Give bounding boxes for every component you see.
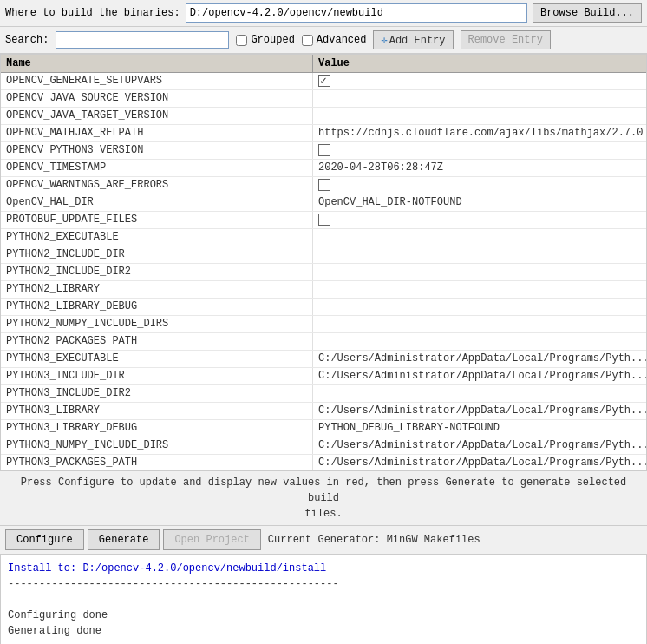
row-value: OpenCV_HAL_DIR-NOTFOUND	[313, 194, 646, 211]
open-project-button[interactable]: Open Project	[163, 529, 260, 550]
row-name: PYTHON3_LIBRARY_DEBUG	[1, 420, 313, 437]
checkbox-unchecked-icon[interactable]	[318, 214, 330, 226]
row-name: OpenCV_HAL_DIR	[1, 194, 313, 211]
toolbar: Search: Grouped Advanced ✛Add Entry Remo…	[0, 27, 647, 54]
search-input[interactable]	[56, 31, 229, 49]
table-row[interactable]: PYTHON2_INCLUDE_DIR	[1, 246, 646, 264]
log-line: Install to: D:/opencv-4.2.0/opencv/newbu…	[8, 561, 639, 576]
row-name: PYTHON2_EXECUTABLE	[1, 229, 313, 246]
table-row[interactable]: PYTHON2_LIBRARY_DEBUG	[1, 299, 646, 316]
status-bar: Press Configure to update and display ne…	[0, 470, 647, 525]
configure-button[interactable]: Configure	[5, 529, 84, 550]
row-value[interactable]	[313, 177, 646, 194]
row-name: PYTHON3_INCLUDE_DIR2	[1, 385, 313, 402]
checkbox-unchecked-icon[interactable]	[318, 144, 330, 156]
row-value: C:/Users/Administrator/AppData/Local/Pro…	[313, 351, 646, 367]
grouped-checkbox[interactable]	[236, 35, 247, 46]
table-row[interactable]: PYTHON2_PACKAGES_PATH	[1, 333, 646, 351]
table-row[interactable]: PYTHON2_NUMPY_INCLUDE_DIRS	[1, 316, 646, 333]
row-value[interactable]	[313, 73, 646, 89]
row-name: OPENCV_TIMESTAMP	[1, 160, 313, 176]
row-name: PYTHON2_INCLUDE_DIR2	[1, 264, 313, 280]
log-line: Configuring done	[8, 608, 639, 623]
row-value: 2020-04-28T06:28:47Z	[313, 160, 646, 176]
table-row[interactable]: OPENCV_WARNINGS_ARE_ERRORS	[1, 177, 646, 194]
row-value: PYTHON_DEBUG_LIBRARY-NOTFOUND	[313, 420, 646, 437]
row-value[interactable]	[313, 142, 646, 159]
table-row[interactable]: PYTHON2_INCLUDE_DIR2	[1, 264, 646, 281]
row-value	[313, 299, 646, 315]
advanced-checkbox-group: Advanced	[302, 34, 367, 46]
checkbox-checked-icon[interactable]	[318, 75, 330, 87]
table-row[interactable]: OPENCV_GENERATE_SETUPVARS	[1, 73, 646, 90]
row-name: PROTOBUF_UPDATE_FILES	[1, 212, 313, 228]
row-value: https://cdnjs.cloudflare.com/ajax/libs/m…	[313, 125, 646, 141]
search-label: Search:	[5, 34, 49, 46]
grouped-label: Grouped	[251, 34, 294, 46]
table-row[interactable]: PROTOBUF_UPDATE_FILES	[1, 212, 646, 229]
table-row[interactable]: PYTHON3_INCLUDE_DIRC:/Users/Administrato…	[1, 368, 646, 385]
build-path-label: Where to build the binaries:	[5, 7, 180, 19]
row-name: OPENCV_MATHJAX_RELPATH	[1, 125, 313, 141]
table-row[interactable]: OPENCV_MATHJAX_RELPATHhttps://cdnjs.clou…	[1, 125, 646, 142]
advanced-checkbox[interactable]	[302, 35, 313, 46]
table-row[interactable]: OPENCV_JAVA_SOURCE_VERSION	[1, 90, 646, 108]
checkbox-unchecked-icon[interactable]	[318, 179, 330, 191]
row-name: OPENCV_WARNINGS_ARE_ERRORS	[1, 177, 313, 194]
table-row[interactable]: PYTHON2_LIBRARY	[1, 281, 646, 299]
table-row[interactable]: OPENCV_JAVA_TARGET_VERSION	[1, 108, 646, 125]
topbar: Where to build the binaries: Browse Buil…	[0, 0, 647, 27]
table-row[interactable]: OpenCV_HAL_DIROpenCV_HAL_DIR-NOTFOUND	[1, 194, 646, 212]
row-value	[313, 316, 646, 332]
row-name: PYTHON2_LIBRARY	[1, 281, 313, 298]
table-row[interactable]: OPENCV_PYTHON3_VERSION	[1, 142, 646, 160]
row-name: OPENCV_GENERATE_SETUPVARS	[1, 73, 313, 89]
row-name: PYTHON2_PACKAGES_PATH	[1, 333, 313, 350]
add-entry-button[interactable]: ✛Add Entry	[373, 30, 453, 49]
browse-build-button[interactable]: Browse Build...	[533, 3, 642, 23]
row-value	[313, 229, 646, 246]
generator-label: Current Generator: MinGW Makefiles	[268, 534, 480, 546]
build-path-input[interactable]	[186, 3, 527, 23]
table-row[interactable]: PYTHON3_PACKAGES_PATHC:/Users/Administra…	[1, 455, 646, 470]
log-line	[8, 592, 639, 608]
row-value	[313, 246, 646, 263]
row-value: C:/Users/Administrator/AppData/Local/Pro…	[313, 455, 646, 470]
row-name: PYTHON3_PACKAGES_PATH	[1, 455, 313, 470]
row-name: OPENCV_JAVA_SOURCE_VERSION	[1, 90, 313, 107]
status-line1: Press Configure to update and display ne…	[21, 476, 627, 504]
status-line2: files.	[304, 508, 342, 520]
grouped-checkbox-group: Grouped	[236, 34, 294, 46]
table-row[interactable]: OPENCV_TIMESTAMP2020-04-28T06:28:47Z	[1, 160, 646, 177]
row-value: C:/Users/Administrator/AppData/Local/Pro…	[313, 403, 646, 419]
log-line: Generating done	[8, 623, 639, 639]
advanced-label: Advanced	[317, 34, 367, 46]
add-entry-label: Add Entry	[389, 35, 446, 47]
generate-button[interactable]: Generate	[88, 529, 160, 550]
row-name: PYTHON2_INCLUDE_DIR	[1, 246, 313, 263]
row-value: C:/Users/Administrator/AppData/Local/Pro…	[313, 368, 646, 384]
row-name: PYTHON2_LIBRARY_DEBUG	[1, 299, 313, 315]
log-container: Install to: D:/opencv-4.2.0/opencv/newbu…	[0, 555, 647, 644]
row-name: OPENCV_PYTHON3_VERSION	[1, 142, 313, 159]
row-name: PYTHON3_NUMPY_INCLUDE_DIRS	[1, 437, 313, 454]
remove-entry-button[interactable]: Remove Entry	[461, 30, 551, 49]
table-row[interactable]: PYTHON3_NUMPY_INCLUDE_DIRSC:/Users/Admin…	[1, 437, 646, 455]
row-value: C:/Users/Administrator/AppData/Local/Pro…	[313, 437, 646, 454]
table-row[interactable]: PYTHON2_EXECUTABLE	[1, 229, 646, 246]
row-value	[313, 264, 646, 280]
table-body: OPENCV_GENERATE_SETUPVARSOPENCV_JAVA_SOU…	[1, 73, 646, 470]
table-row[interactable]: PYTHON3_INCLUDE_DIR2	[1, 385, 646, 403]
table-row[interactable]: PYTHON3_LIBRARY_DEBUGPYTHON_DEBUG_LIBRAR…	[1, 420, 646, 437]
log-body: Install to: D:/opencv-4.2.0/opencv/newbu…	[8, 561, 639, 639]
bottom-toolbar: Configure Generate Open Project Current …	[0, 525, 647, 555]
row-value[interactable]	[313, 212, 646, 228]
row-name: PYTHON3_LIBRARY	[1, 403, 313, 419]
row-value	[313, 333, 646, 350]
table-row[interactable]: PYTHON3_LIBRARYC:/Users/Administrator/Ap…	[1, 403, 646, 420]
row-name: PYTHON3_EXECUTABLE	[1, 351, 313, 367]
table-header: Name Value	[1, 55, 646, 73]
log-line: ----------------------------------------…	[8, 576, 639, 592]
name-column-header: Name	[1, 55, 313, 72]
table-row[interactable]: PYTHON3_EXECUTABLEC:/Users/Administrator…	[1, 351, 646, 368]
